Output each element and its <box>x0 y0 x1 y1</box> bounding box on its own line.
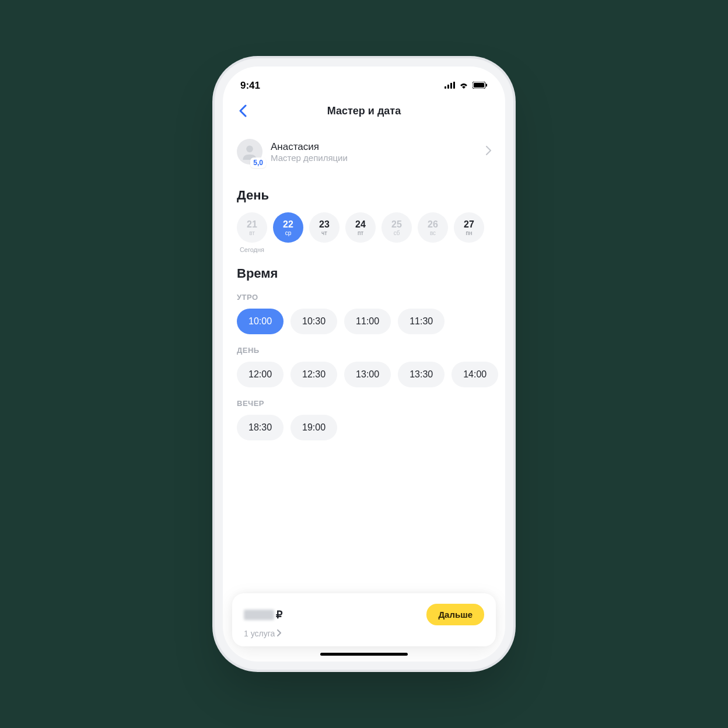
time-group-label: ДЕНЬ <box>237 346 491 355</box>
day-25: 25сб <box>382 212 412 243</box>
time-groups: УТРО10:0010:3011:0011:30ДЕНЬ12:0012:3013… <box>237 293 491 440</box>
price-amount-redacted <box>244 610 274 620</box>
day-section-title: День <box>237 188 491 203</box>
time-slot-11-30[interactable]: 11:30 <box>398 309 444 334</box>
battery-icon <box>473 80 488 92</box>
summary-text: 1 услуга <box>244 629 275 638</box>
svg-rect-2 <box>450 83 452 89</box>
back-button[interactable] <box>231 99 254 123</box>
day-num: 23 <box>319 219 330 230</box>
day-num: 21 <box>247 219 257 230</box>
day-num: 24 <box>355 219 366 230</box>
day-26: 26вс <box>418 212 448 243</box>
day-dow: пн <box>466 230 473 236</box>
time-slots-row: 18:3019:00 <box>237 415 491 440</box>
day-num: 27 <box>464 219 474 230</box>
price: ₽ <box>244 608 282 621</box>
avatar-wrap: 5,0 <box>237 139 262 164</box>
svg-rect-3 <box>453 82 455 89</box>
day-num: 25 <box>391 219 402 230</box>
next-button[interactable]: Дальше <box>426 604 484 625</box>
bottom-sheet: ₽ Дальше 1 услуга <box>232 593 496 646</box>
phone-frame: 9:41 Мастер и дата <box>223 66 505 662</box>
day-wrap: 25сб <box>382 212 412 253</box>
page-title: Мастер и дата <box>327 105 401 117</box>
day-wrap: 26вс <box>418 212 448 253</box>
time-slot-19-00[interactable]: 19:00 <box>290 415 337 440</box>
time-slot-13-00[interactable]: 13:00 <box>344 362 391 387</box>
day-dow: чт <box>321 230 327 236</box>
content: 5,0 Анастасия Мастер депиляции День 21вт… <box>223 125 505 662</box>
time-slot-11-00[interactable]: 11:00 <box>344 309 391 334</box>
day-num: 26 <box>428 219 438 230</box>
time-group-label: УТРО <box>237 293 491 302</box>
time-slot-12-30[interactable]: 12:30 <box>290 362 337 387</box>
rating-badge: 5,0 <box>250 158 266 168</box>
price-currency: ₽ <box>276 608 282 621</box>
day-dow: ср <box>285 230 292 236</box>
svg-rect-6 <box>486 84 487 87</box>
svg-point-7 <box>246 146 253 153</box>
cellular-icon <box>444 80 455 92</box>
day-24[interactable]: 24пт <box>345 212 376 243</box>
next-button-label: Дальше <box>438 610 473 620</box>
day-wrap: 22ср <box>273 212 303 253</box>
wifi-icon <box>459 80 469 92</box>
day-22[interactable]: 22ср <box>273 212 303 243</box>
chevron-right-icon <box>277 629 281 638</box>
svg-rect-0 <box>444 86 446 89</box>
days-row: 21втСегодня22ср23чт24пт25сб26вс27пн <box>237 212 491 253</box>
day-dow: вт <box>249 230 255 236</box>
screen: 9:41 Мастер и дата <box>223 66 505 662</box>
time-group-label: ВЕЧЕР <box>237 399 491 408</box>
time-slot-10-30[interactable]: 10:30 <box>290 309 337 334</box>
master-text: Анастасия Мастер депиляции <box>271 141 478 163</box>
day-21: 21вт <box>237 212 267 243</box>
time-section-title: Время <box>237 266 491 281</box>
master-name: Анастасия <box>271 141 478 153</box>
status-bar: 9:41 <box>223 66 505 97</box>
time-slot-18-30[interactable]: 18:30 <box>237 415 284 440</box>
day-wrap: 23чт <box>309 212 340 253</box>
day-wrap: 27пн <box>454 212 484 253</box>
sheet-top-row: ₽ Дальше <box>244 604 484 625</box>
day-wrap: 24пт <box>345 212 376 253</box>
status-icons <box>444 80 488 92</box>
day-27[interactable]: 27пн <box>454 212 484 243</box>
day-23[interactable]: 23чт <box>309 212 340 243</box>
day-wrap: 21втСегодня <box>237 212 267 253</box>
svg-rect-1 <box>447 85 449 89</box>
summary-row[interactable]: 1 услуга <box>244 629 484 638</box>
nav-bar: Мастер и дата <box>223 97 505 125</box>
time-slot-14-00[interactable]: 14:00 <box>452 362 498 387</box>
time-slot-10-00[interactable]: 10:00 <box>237 309 284 334</box>
master-row[interactable]: 5,0 Анастасия Мастер депиляции <box>237 133 491 175</box>
time-slots-row: 10:0010:3011:0011:30 <box>237 309 491 334</box>
time-slots-row: 12:0012:3013:0013:3014:00 <box>237 362 491 387</box>
status-time: 9:41 <box>240 80 260 92</box>
time-slot-13-30[interactable]: 13:30 <box>398 362 444 387</box>
chevron-right-icon <box>486 146 491 158</box>
time-slot-12-00[interactable]: 12:00 <box>237 362 284 387</box>
day-dow: пт <box>358 230 363 236</box>
day-dow: сб <box>394 230 400 236</box>
home-indicator <box>320 653 408 656</box>
today-label: Сегодня <box>240 246 264 253</box>
master-role: Мастер депиляции <box>271 153 478 163</box>
day-dow: вс <box>430 230 436 236</box>
svg-rect-5 <box>474 83 484 88</box>
day-num: 22 <box>283 219 293 230</box>
